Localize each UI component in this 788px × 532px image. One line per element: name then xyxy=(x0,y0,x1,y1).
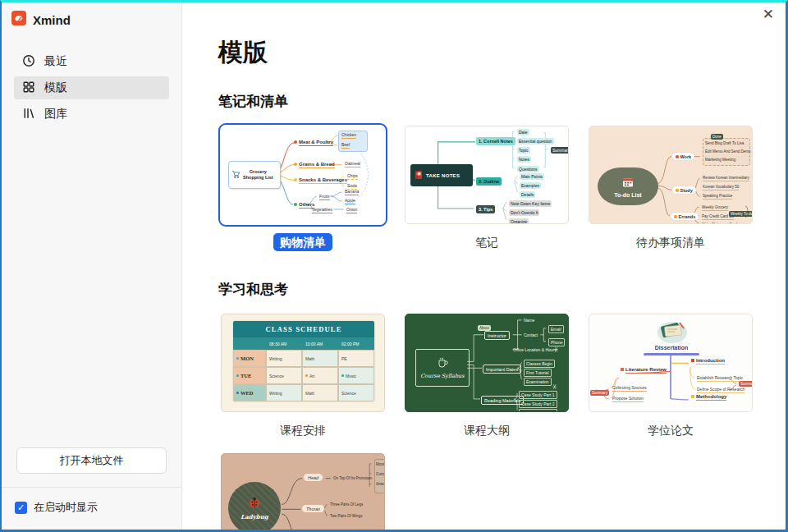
sidebar-item-library[interactable]: 图库 xyxy=(14,103,169,126)
sidebar: Xmind 最近 模版 图库 打开本地 xyxy=(2,2,182,530)
template-tile-syllabus: Course Syllabus About Instructor Importa… xyxy=(402,311,571,438)
map-child: Chicken xyxy=(341,133,356,138)
ladybug-central-label: Ladybug xyxy=(241,513,268,521)
template-label-todo: 待办事项清单 xyxy=(586,236,755,250)
map-child: Examples xyxy=(520,182,541,189)
schedule-time: 02:00 PM xyxy=(338,337,374,350)
map-tag: Done xyxy=(711,134,723,140)
schedule-title: CLASS SCHEDULE xyxy=(233,321,374,337)
map-child: Establish Research Topic xyxy=(697,375,743,380)
map-topic: Head xyxy=(304,474,323,481)
schedule-thumbnail: CLASS SCHEDULE 08:30 AM 10:00 AM 02:00 P… xyxy=(221,314,385,412)
map-child: Define Scope of Research xyxy=(697,387,744,392)
map-child: Phone xyxy=(548,338,565,346)
map-topic: Instructor xyxy=(484,331,510,340)
map-child: Soda xyxy=(347,184,357,189)
map-child: Essential question xyxy=(517,138,554,144)
map-child: Notes xyxy=(517,156,531,163)
map-child: Speaking Practice xyxy=(703,194,732,198)
map-topic: 1. Cornell Notes xyxy=(476,137,515,145)
map-child: Topic xyxy=(517,147,530,154)
template-tile-schedule: CLASS SCHEDULE 08:30 AM 10:00 AM 02:00 P… xyxy=(218,311,387,438)
sidebar-bottom: 打开本地文件 ✓ 在启动时显示 xyxy=(2,447,181,530)
cart-icon xyxy=(231,167,241,182)
sidebar-item-label: 图库 xyxy=(44,107,67,122)
map-tag: About xyxy=(478,325,491,331)
notes-central-label: TAKE NOTES xyxy=(426,173,460,178)
startup-row: ✓ 在启动时显示 xyxy=(2,488,181,530)
map-child: Antennae xyxy=(376,482,385,486)
map-child: Name xyxy=(524,318,534,323)
map-topic: 3. Tips xyxy=(476,205,495,213)
map-child: Fruits xyxy=(319,195,330,200)
map-topic: Meat & Poultry xyxy=(294,140,333,145)
template-card-todo[interactable]: To-do List Work Study Errands Done Send … xyxy=(586,123,755,227)
map-child: Propose Solution xyxy=(612,396,644,401)
map-topic: Thorax xyxy=(302,505,324,512)
template-card-syllabus[interactable]: Course Syllabus About Instructor Importa… xyxy=(402,311,571,415)
template-card-dissertation[interactable]: Dissertation Literature Review Introduct… xyxy=(586,311,755,415)
template-tile-dissertation: Dissertation Literature Review Introduct… xyxy=(586,311,755,438)
map-child: Classes Begin xyxy=(524,360,555,368)
map-child: On Top Of Its Pronotum xyxy=(333,476,372,480)
map-child: Weekly Grocery xyxy=(702,205,728,209)
map-tag: Summary xyxy=(590,390,609,396)
map-child: Email xyxy=(548,325,564,333)
dissertation-illustration xyxy=(655,318,690,347)
sidebar-item-templates[interactable]: 模版 xyxy=(14,76,169,99)
map-topic: Errands xyxy=(671,213,699,220)
schedule-time: 08:30 AM xyxy=(266,337,302,350)
close-icon[interactable]: ✕ xyxy=(763,7,774,21)
map-child: Main Points xyxy=(520,173,544,180)
map-child: Chips xyxy=(347,174,358,179)
template-card-ladybug[interactable]: Ladybug Head Thorax On Top Of Its Pronot… xyxy=(218,451,387,530)
map-child: Don't Overdo It xyxy=(509,209,539,216)
sidebar-item-recent[interactable]: 最近 xyxy=(14,50,169,73)
xmind-launcher-window: Xmind 最近 模版 图库 打开本地 xyxy=(0,0,788,532)
page-title: 模版 xyxy=(218,36,786,70)
map-child: Case Study Part 3 xyxy=(519,409,557,412)
todo-central-label: To-do List xyxy=(614,192,641,198)
coffee-cup-icon xyxy=(437,356,448,371)
map-topic: Introduction xyxy=(691,358,725,363)
map-tag: Summary xyxy=(739,381,753,387)
open-local-file-button[interactable]: 打开本地文件 xyxy=(16,447,167,474)
schedule-time: 10:00 AM xyxy=(302,337,338,350)
map-child: Examination xyxy=(524,378,552,386)
map-topic: Work xyxy=(672,153,694,160)
map-child: First Tutorial xyxy=(524,369,552,377)
dissertation-thumbnail: Dissertation Literature Review Introduct… xyxy=(589,314,753,412)
map-child: Three Pairs Of Legs xyxy=(330,502,363,507)
ladybug-thumbnail: Ladybug Head Thorax On Top Of Its Pronot… xyxy=(221,453,385,530)
template-card-notes[interactable]: TAKE NOTES 1. Cornell Notes 2. Outline 3… xyxy=(402,123,571,227)
map-child: Case Study Part 1 xyxy=(519,391,557,399)
todo-thumbnail: To-do List Work Study Errands Done Send … xyxy=(589,126,753,224)
map-topic: Methodology xyxy=(691,394,726,399)
map-child: Send Blog Draft To Lisa xyxy=(705,141,744,145)
section-title-notes-lists: 笔记和清单 xyxy=(218,92,786,111)
show-on-startup-checkbox[interactable]: ✓ xyxy=(15,502,27,514)
map-topic: Important Dates xyxy=(483,365,521,374)
template-label-syllabus: 课程大纲 xyxy=(402,424,571,438)
map-topic: 2. Outline xyxy=(476,177,502,186)
template-card-grocery[interactable]: Grocery Shopping List Meat & Poultry Gra… xyxy=(218,123,387,227)
map-child: Vegetables xyxy=(312,208,332,213)
map-child: Case Study Part 2 xyxy=(519,400,557,408)
schedule-row-tue: TUE Science Art Music xyxy=(233,367,374,384)
map-child: Onion xyxy=(346,208,357,213)
notes-thumbnail: TAKE NOTES 1. Cornell Notes 2. Outline 3… xyxy=(405,126,569,224)
template-card-schedule[interactable]: CLASS SCHEDULE 08:30 AM 10:00 AM 02:00 P… xyxy=(218,311,387,415)
template-tile-grocery: Grocery Shopping List Meat & Poultry Gra… xyxy=(218,123,387,250)
schedule-cell: Writing xyxy=(266,350,302,367)
map-child: Two Pairs Of Wings xyxy=(330,514,363,518)
map-child: Contact xyxy=(524,332,538,337)
template-tile-ladybug: Ladybug Head Thorax On Top Of Its Pronot… xyxy=(218,451,387,530)
schedule-cell: Science xyxy=(266,367,302,384)
show-on-startup-label: 在启动时显示 xyxy=(34,500,98,515)
map-child: Korean Vocabulary 50 xyxy=(703,185,739,189)
dissertation-title-underline xyxy=(644,353,699,355)
map-child: Collecting Sources xyxy=(612,385,647,390)
schedule-cell: Writing xyxy=(266,384,302,401)
map-child: Office Location & Hours xyxy=(513,347,557,352)
sidebar-nav: 最近 模版 图库 xyxy=(2,50,181,126)
